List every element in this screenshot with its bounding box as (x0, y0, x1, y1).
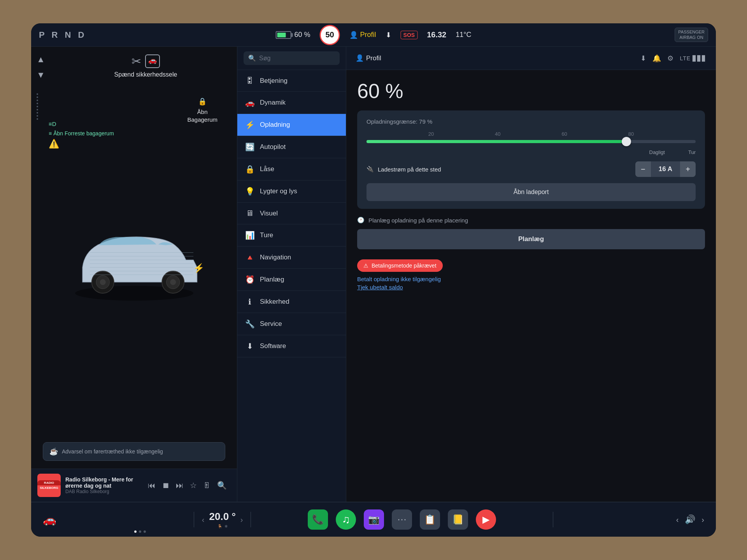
left-panel: ▲ ▼ ✂ 🚗 Spænd sikkerhedssele (31, 47, 237, 502)
stop-btn[interactable]: ⏹ (162, 481, 170, 490)
bottom-right: ‹ 🔊 › (561, 514, 704, 525)
profile-button[interactable]: 👤 Profil (349, 31, 376, 39)
passenger-badge-line1: PASSENGER (678, 30, 705, 35)
plan-button[interactable]: Planlæg (357, 229, 705, 249)
menu-item-sikkerhed[interactable]: ℹ Sikkerhed (237, 291, 346, 313)
charge-decrease-btn[interactable]: − (635, 161, 651, 177)
menu-item-software[interactable]: ⬇ Software (237, 335, 346, 357)
defrost-icon: ❄ (224, 524, 228, 528)
right-header-icons: ⬇ 🔔 ⚙ LTE ▊▊▊ (640, 54, 707, 63)
menu-item-visuel[interactable]: 🖥 Visuel (237, 203, 346, 224)
menu-item-service[interactable]: 🔧 Service (237, 313, 346, 335)
book-app-icon[interactable]: 📒 (448, 509, 468, 530)
betjening-label: Betjening (260, 77, 288, 85)
download-icon[interactable]: ⬇ (640, 54, 646, 63)
spotify-app-icon[interactable]: ♫ (336, 509, 356, 530)
menu-item-navigation[interactable]: 🔺 Navigation (237, 247, 346, 269)
charge-current-control[interactable]: − 16 A + (635, 161, 696, 177)
top-status-bar: P R N D 60 % 50 👤 Profil ⬇ SOS 16.32 11°… (31, 23, 716, 47)
bluetooth-icon[interactable]: ⚙ (667, 54, 673, 63)
settings-menu-list: 🎛 Betjening 🚗 Dynamik ⚡ Opladning 🔄 Auto… (237, 70, 346, 502)
bell-icon[interactable]: 🔔 (652, 54, 661, 63)
temp-decrease-arrow[interactable]: ‹ (202, 515, 205, 524)
menu-item-ture[interactable]: 📊 Ture (237, 224, 346, 247)
menu-item-lase[interactable]: 🔒 Låse (237, 158, 346, 180)
software-label: Software (260, 342, 286, 350)
menu-item-lygter[interactable]: 💡 Lygter og lys (237, 180, 346, 203)
youtube-app-icon[interactable]: ▶ (476, 509, 496, 530)
ture-label: Ture (260, 231, 273, 239)
svg-point-6 (170, 279, 176, 285)
bottom-car-icon[interactable]: 🚗 (43, 513, 56, 526)
top-nav: 👤 Profil ⬇ SOS 16.32 11°C (349, 30, 472, 39)
slider-day-trip-labels: Dagligt Tur (366, 149, 696, 155)
dynamik-label: Dynamik (260, 99, 286, 107)
open-port-button[interactable]: Åbn ladeport (366, 183, 696, 201)
temp-number: 20.0 (209, 511, 229, 522)
payment-badge-text: Betalingsmetode påkrævet (372, 262, 437, 269)
slider-track[interactable] (366, 140, 696, 143)
speed-limit-badge: 50 (320, 25, 340, 45)
clipboard-app-icon[interactable]: 📋 (420, 509, 440, 530)
volume-icon[interactable]: 🔊 (685, 514, 695, 525)
next-track-icon[interactable]: › (701, 515, 704, 524)
passenger-airbag-badge: PASSENGER AIRBAG ON (675, 28, 708, 42)
schedule-text: Planlæg opladning på denne placering (368, 217, 468, 224)
seatbelt-icon: ✂ (132, 54, 141, 68)
music-controls[interactable]: ⏮ ⏹ ⏭ ☆ 🎚 🔍 (144, 481, 231, 490)
charge-value-display: 16 A (651, 161, 680, 177)
download-icon[interactable]: ⬇ (386, 31, 391, 39)
check-balance-link[interactable]: Tjek ubetalt saldo (357, 284, 705, 290)
sikkerhed-icon: ℹ (245, 297, 254, 306)
slider-thumb[interactable] (622, 137, 631, 146)
prev-track-icon[interactable]: ‹ (676, 515, 679, 524)
bottom-apps: 📞 ♫ 📷 ⋯ 📋 📒 ▶ (259, 509, 545, 530)
temperature-control: ‹ 20.0 ° 🪑 ❄ › (202, 511, 243, 528)
phone-app-icon[interactable]: 📞 (308, 509, 328, 530)
car-controls: ▲ ▼ ✂ 🚗 Spænd sikkerhedssele (31, 47, 237, 469)
battery-fill (277, 33, 286, 37)
charge-percent-display: 60 % (357, 79, 705, 103)
dots-app-icon[interactable]: ⋯ (392, 509, 412, 530)
coffee-icon: ☕ (49, 447, 58, 456)
search-music-btn[interactable]: 🔍 (217, 481, 227, 490)
battery-info: 60 % (276, 31, 310, 39)
divider-3 (553, 512, 553, 527)
divider-1 (194, 512, 194, 527)
temp-value-display: 20.0 ° (209, 511, 236, 523)
time-display: 16.32 (427, 30, 446, 39)
charging-content: 60 % Opladningsgrænse: 79 % 20 40 60 80 (346, 70, 716, 502)
software-icon: ⬇ (245, 341, 254, 351)
prev-btn[interactable]: ⏮ (148, 481, 156, 490)
slider-labels: 20 40 60 80 (366, 131, 696, 137)
search-input-wrap[interactable]: 🔍 Søg (244, 51, 340, 65)
clock-icon: 🕐 (357, 217, 365, 224)
right-header-profile[interactable]: 👤 Profil (356, 54, 381, 62)
menu-item-dynamik[interactable]: 🚗 Dynamik (237, 92, 346, 114)
page-dot-3 (144, 530, 146, 533)
favorite-btn[interactable]: ☆ (190, 481, 197, 490)
profile-icon: 👤 (349, 31, 358, 39)
menu-item-autopilot[interactable]: 🔄 Autopilot (237, 136, 346, 158)
charge-current-row: 🔌 Ladestrøm på dette sted − 16 A + (366, 161, 696, 177)
charge-increase-btn[interactable]: + (680, 161, 696, 177)
planlaeg-label: Planlæg (260, 276, 284, 284)
temp-increase-arrow[interactable]: › (240, 515, 243, 524)
slider-mark-80: 80 (628, 131, 634, 137)
menu-item-planlaeg[interactable]: ⏰ Planlæg (237, 269, 346, 291)
equalizer-btn[interactable]: 🎚 (203, 481, 211, 490)
car-svg: ⚡ (60, 206, 208, 307)
next-btn[interactable]: ⏭ (176, 481, 184, 490)
charge-slider[interactable]: 20 40 60 80 (366, 131, 696, 143)
seatbelt-icons: ✂ 🚗 (58, 54, 233, 68)
svg-point-3 (100, 279, 105, 285)
menu-item-betjening[interactable]: 🎛 Betjening (237, 70, 346, 92)
passenger-badge-line2: AIRBAG ON (678, 35, 705, 40)
camera-app-icon[interactable]: 📷 (364, 509, 384, 530)
bottom-left: 🚗 (43, 513, 186, 526)
menu-item-opladning[interactable]: ⚡ Opladning (237, 114, 346, 136)
visuel-icon: 🖥 (245, 209, 254, 218)
slider-mark-60: 60 (561, 131, 567, 137)
car-image-area: ⚡ (35, 70, 233, 442)
profile-text: Profil (366, 54, 381, 62)
